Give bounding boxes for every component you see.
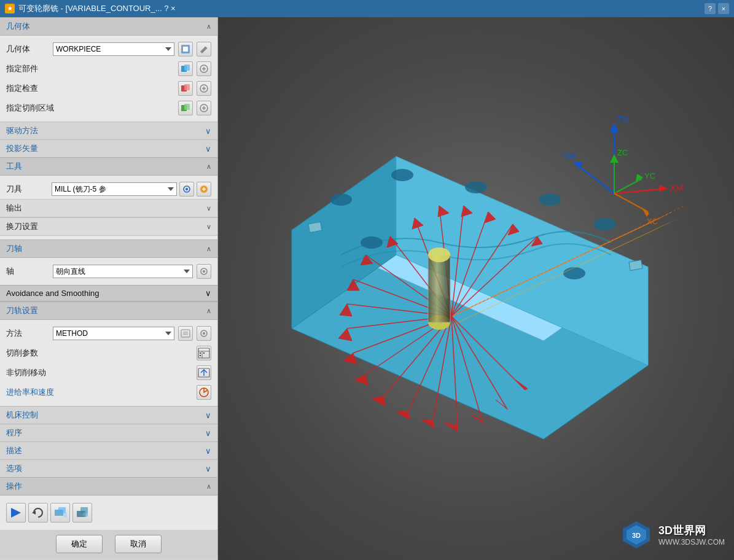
section-axis-header[interactable]: 刀轴 ∧ (0, 239, 217, 258)
section-toolpath-header[interactable]: 刀轨设置 ∧ (0, 301, 217, 320)
svg-line-110 (574, 163, 614, 193)
svg-text:YC: YC (644, 171, 655, 181)
svg-rect-25 (181, 330, 190, 337)
section-operations-header[interactable]: 操作 ∧ (0, 477, 217, 496)
options-chevron: ∨ (205, 464, 211, 473)
feed-speed-row: 进给率和速度 (0, 383, 217, 402)
non-cut-move-icon[interactable] (197, 365, 211, 380)
svg-marker-81 (396, 411, 410, 419)
section-avoidance-header[interactable]: Avoidance and Smoothing ∨ (0, 285, 217, 301)
close-button[interactable]: × (718, 3, 729, 14)
section-tool-header[interactable]: 工具 ∧ (0, 157, 217, 176)
cut-params-label: 切削参数 (6, 348, 49, 359)
tool-row: 刀具 MILL (铣刀-5 参 (0, 179, 217, 199)
section-options[interactable]: 选项 ∨ (0, 459, 217, 477)
avoidance-chevron: ∨ (205, 289, 211, 298)
svg-text:3D: 3D (632, 532, 641, 539)
svg-rect-42 (58, 507, 66, 513)
svg-point-53 (539, 193, 561, 206)
section-projection-vector[interactable]: 投影矢量 ∨ (0, 139, 217, 157)
specify-part-label: 指定部件 (6, 63, 49, 74)
model-svg: ZM YM YC XM ZC XC (218, 17, 734, 560)
confirm-button[interactable]: 确定 (56, 535, 103, 553)
specify-check-icon1[interactable] (178, 81, 193, 96)
svg-point-106 (428, 247, 450, 262)
axis-settings-icon[interactable] (197, 264, 211, 279)
cancel-button[interactable]: 取消 (115, 535, 162, 553)
viewport[interactable]: ZM YM YC XM ZC XC (218, 17, 734, 560)
svg-point-50 (330, 193, 352, 206)
svg-text:XC: XC (647, 217, 658, 226)
section-description[interactable]: 描述 ∨ (0, 441, 217, 459)
svg-marker-77 (354, 375, 368, 385)
projection-vector-label: 投影矢量 (6, 143, 38, 154)
brand-text-area: 3D世界网 WWW.3DSJW.COM (658, 523, 725, 546)
replay-button[interactable] (28, 503, 48, 523)
specify-part-icon1[interactable] (178, 61, 193, 76)
method-icon1[interactable] (178, 326, 193, 341)
svg-point-24 (203, 270, 205, 273)
tool-chevron: ∧ (206, 163, 211, 171)
generate-button[interactable] (6, 503, 26, 523)
toolpath-chevron: ∧ (206, 307, 211, 315)
section-toolpath-content: 方法 METHOD 切削参数 非切削 (0, 320, 217, 406)
section-axis-content: 轴 朝向直线 (0, 258, 217, 285)
tool-change-label: 换刀设置 (6, 221, 38, 232)
section-geometry-header[interactable]: 几何体 ∧ (0, 17, 217, 36)
method-label: 方法 (6, 328, 49, 339)
axis-row: 轴 朝向直线 (0, 262, 217, 281)
tool-icon2[interactable] (197, 182, 211, 196)
section-machine-control[interactable]: 机床控制 ∨ (0, 406, 217, 424)
svg-text:XM: XM (670, 183, 683, 193)
svg-rect-4 (184, 64, 190, 71)
machine-simulate-button[interactable] (72, 503, 92, 523)
sub-section-tool-change[interactable]: 换刀设置 ∨ (0, 217, 217, 236)
sub-section-output[interactable]: 输出 ∨ (0, 199, 217, 217)
confirm-cancel-area: 确定 取消 (0, 530, 217, 558)
tool-change-chevron: ∨ (206, 223, 211, 231)
section-drive-method[interactable]: 驱动方法 ∨ (0, 122, 217, 139)
app-icon: ★ (5, 4, 15, 14)
cut-params-icon[interactable] (197, 346, 211, 360)
svg-marker-83 (421, 419, 434, 428)
section-program[interactable]: 程序 ∨ (0, 424, 217, 441)
help-button[interactable]: ? (705, 3, 716, 14)
window-controls[interactable]: ? × (705, 3, 729, 14)
description-chevron: ∨ (205, 446, 211, 456)
svg-point-56 (563, 267, 585, 279)
geometry-row: 几何体 WORKPIECE (0, 39, 217, 59)
specify-cut-area-row: 指定切削区域 (0, 98, 217, 118)
svg-rect-14 (184, 104, 190, 110)
specify-check-icon2[interactable] (197, 81, 211, 96)
section-axis-label: 刀轴 (6, 243, 22, 254)
method-icon2[interactable] (197, 326, 211, 341)
geometry-select-icon[interactable] (178, 42, 193, 56)
specify-cut-icon2[interactable] (197, 101, 211, 115)
method-row: 方法 METHOD (0, 324, 217, 343)
geometry-edit-icon[interactable] (197, 42, 211, 56)
axis-chevron: ∧ (206, 245, 211, 253)
feed-speed-icon[interactable] (197, 385, 211, 400)
non-cut-move-row: 非切削移动 (0, 363, 217, 383)
svg-marker-117 (659, 185, 668, 192)
brand-name: 3D世界网 (658, 523, 725, 538)
geometry-dropdown[interactable]: WORKPIECE (53, 42, 174, 56)
specify-cut-icon1[interactable] (178, 101, 193, 115)
method-dropdown[interactable]: METHOD (53, 327, 174, 340)
axis-dropdown[interactable]: 朝向直线 (53, 265, 193, 278)
section-operations-content (0, 496, 217, 530)
description-label: 描述 (6, 445, 22, 456)
verify-button[interactable] (50, 503, 70, 523)
svg-rect-44 (80, 507, 88, 513)
tool-icon1[interactable] (179, 182, 194, 196)
section-geometry-content: 几何体 WORKPIECE 指定部件 (0, 36, 217, 122)
specify-part-icon2[interactable] (197, 61, 211, 76)
section-tool-label: 工具 (6, 161, 22, 172)
svg-rect-57 (308, 222, 322, 232)
svg-rect-105 (428, 255, 450, 322)
tool-label: 刀具 (6, 184, 49, 195)
title-bar: ★ 可变轮廓铣 - [VARIABLE_CONTOUR_... ? × ? × (0, 0, 734, 17)
tool-dropdown[interactable]: MILL (铣刀-5 参 (52, 182, 177, 196)
svg-rect-33 (200, 352, 201, 354)
specify-cut-area-label: 指定切削区域 (6, 103, 54, 114)
